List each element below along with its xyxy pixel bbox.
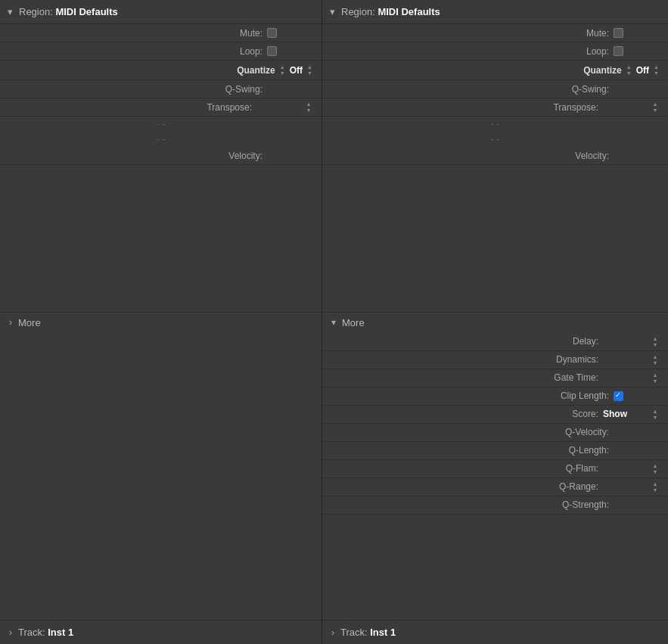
right-rows: Mute: Loop: Quantize ▲ ▼ Off ▲ ▼	[322, 24, 668, 312]
loop-row-left: Loop:	[0, 42, 322, 61]
qvelocity-label: Q-Velocity:	[328, 427, 614, 437]
quantize-right-up-right[interactable]: ▲	[654, 64, 659, 70]
mute-checkbox-wrap-right	[614, 28, 659, 38]
transpose-stepper-left[interactable]: ▲ ▼	[305, 101, 312, 113]
velocity-label-right: Velocity:	[328, 151, 614, 161]
left-header-label: Region: MIDI Defaults	[19, 6, 118, 17]
score-down[interactable]: ▼	[651, 415, 659, 420]
more-row-left[interactable]: › More	[0, 312, 322, 333]
track-chevron-right: ›	[331, 627, 334, 638]
dash2-left: - -	[0, 132, 322, 147]
score-value: Show	[603, 409, 648, 419]
clip-length-row: Clip Length:	[322, 387, 668, 406]
qswing-row-left: Q-Swing:	[0, 80, 322, 98]
gate-time-stepper[interactable]: ▲ ▼	[651, 372, 659, 384]
quantize-right-down-right[interactable]: ▼	[654, 70, 659, 76]
dynamics-stepper[interactable]: ▲ ▼	[651, 354, 659, 366]
qflam-stepper[interactable]: ▲ ▼	[651, 463, 659, 474]
qvelocity-row: Q-Velocity:	[322, 424, 668, 442]
dash1-right: - -	[322, 117, 668, 132]
dynamics-up[interactable]: ▲	[651, 354, 659, 359]
track-label-right: Track: Inst 1	[340, 627, 396, 638]
quantize-up-left[interactable]: ▲	[280, 64, 285, 70]
mute-label-right: Mute:	[328, 28, 614, 39]
transpose-up-right[interactable]: ▲	[651, 101, 659, 107]
quantize-label-right: Quantize	[583, 65, 623, 76]
gate-time-row: Gate Time: ▲ ▼	[322, 369, 668, 387]
qlength-label: Q-Length:	[328, 445, 614, 456]
qlength-row: Q-Length:	[322, 442, 668, 460]
transpose-up-left[interactable]: ▲	[305, 101, 312, 107]
delay-label: Delay:	[328, 336, 603, 347]
score-label: Score:	[328, 409, 603, 419]
quantize-label-left: Quantize	[237, 65, 277, 76]
qrange-down[interactable]: ▼	[651, 487, 659, 493]
expanded-rows-right: Delay: ▲ ▼ Dynamics: ▲ ▼ Gate Time: ▲ ▼	[322, 333, 668, 621]
clip-length-checkbox-wrap	[614, 391, 659, 401]
loop-label-right: Loop:	[328, 46, 614, 57]
quantize-right-stepper-left[interactable]: ▲ ▼	[307, 64, 312, 76]
quantize-down-left[interactable]: ▼	[280, 70, 285, 76]
loop-row-right: Loop:	[322, 42, 668, 61]
left-header-chevron[interactable]: ▾	[8, 6, 13, 17]
qswing-row-right: Q-Swing:	[322, 80, 668, 98]
score-up[interactable]: ▲	[651, 409, 659, 414]
mute-label-left: Mute:	[6, 28, 267, 39]
quantize-right-stepper-right[interactable]: ▲ ▼	[654, 64, 659, 76]
track-chevron-left: ›	[9, 627, 12, 638]
more-row-right[interactable]: ▾ More	[322, 312, 668, 333]
qrange-label: Q-Range:	[328, 481, 603, 492]
more-chevron-left: ›	[9, 317, 12, 328]
delay-stepper[interactable]: ▲ ▼	[651, 336, 659, 347]
qrange-stepper[interactable]: ▲ ▼	[651, 481, 659, 493]
track-label-left: Track: Inst 1	[18, 627, 73, 638]
quantize-right-down-left[interactable]: ▼	[307, 70, 312, 76]
track-row-left[interactable]: › Track: Inst 1	[0, 620, 322, 644]
quantize-down-right[interactable]: ▼	[626, 70, 632, 76]
quantize-up-right[interactable]: ▲	[626, 64, 632, 70]
quantize-value-left: Off	[290, 65, 303, 76]
quantize-row-right: Quantize ▲ ▼ Off ▲ ▼	[322, 61, 668, 80]
dynamics-down[interactable]: ▼	[651, 360, 659, 366]
loop-label-left: Loop:	[6, 46, 267, 57]
dash1-left: - -	[0, 117, 322, 132]
transpose-down-right[interactable]: ▼	[651, 107, 659, 113]
qflam-label: Q-Flam:	[328, 463, 603, 474]
velocity-row-right: Velocity:	[322, 147, 668, 165]
velocity-label-left: Velocity:	[6, 151, 267, 161]
more-label-left: More	[18, 317, 41, 328]
qflam-up[interactable]: ▲	[651, 463, 659, 468]
qswing-label-right: Q-Swing:	[328, 84, 614, 95]
mute-checkbox-left[interactable]	[267, 28, 277, 38]
dash2-right: - -	[322, 132, 668, 147]
quantize-right-up-left[interactable]: ▲	[307, 64, 312, 70]
clip-length-checkbox[interactable]	[614, 391, 623, 401]
right-header-label: Region: MIDI Defaults	[341, 6, 440, 17]
mute-checkbox-right[interactable]	[614, 28, 623, 38]
transpose-label-right: Transpose:	[328, 102, 603, 113]
qrange-up[interactable]: ▲	[651, 481, 659, 487]
gate-time-up[interactable]: ▲	[651, 372, 659, 378]
track-row-right[interactable]: › Track: Inst 1	[322, 620, 668, 644]
quantize-value-right: Off	[636, 65, 649, 76]
score-stepper[interactable]: ▲ ▼	[651, 409, 659, 420]
quantize-row-left: Quantize ▲ ▼ Off ▲ ▼	[0, 61, 322, 80]
transpose-row-left: Transpose: ▲ ▼	[0, 98, 322, 117]
mute-row-right: Mute:	[322, 24, 668, 42]
gate-time-down[interactable]: ▼	[651, 378, 659, 384]
quantize-stepper-left[interactable]: ▲ ▼	[280, 64, 285, 76]
qflam-down[interactable]: ▼	[651, 469, 659, 474]
quantize-stepper-right[interactable]: ▲ ▼	[626, 64, 632, 76]
loop-checkbox-left[interactable]	[267, 46, 277, 56]
left-panel: ▾ Region: MIDI Defaults Mute: Loop: Quan…	[0, 0, 322, 644]
transpose-stepper-right[interactable]: ▲ ▼	[651, 101, 659, 113]
delay-row: Delay: ▲ ▼	[322, 333, 668, 351]
right-header-chevron[interactable]: ▾	[330, 6, 335, 17]
delay-up[interactable]: ▲	[651, 336, 659, 341]
clip-length-label: Clip Length:	[328, 390, 614, 401]
transpose-down-left[interactable]: ▼	[305, 107, 312, 113]
transpose-row-right: Transpose: ▲ ▼	[322, 98, 668, 117]
delay-down[interactable]: ▼	[651, 342, 659, 347]
loop-checkbox-right[interactable]	[614, 46, 623, 56]
qswing-label-left: Q-Swing:	[6, 84, 267, 95]
